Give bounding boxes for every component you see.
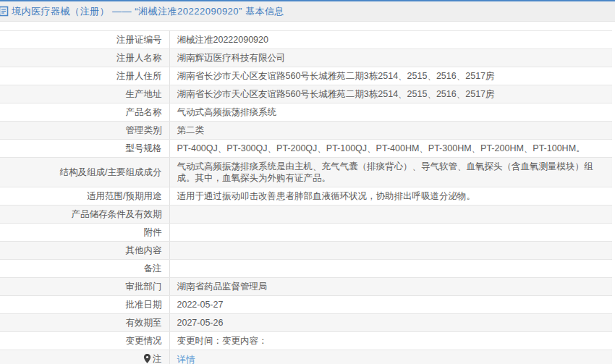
document-icon <box>0 6 9 17</box>
row-label-text: 有效期至 <box>126 318 162 328</box>
table-row: 产品储存条件及有效期 <box>0 206 612 224</box>
row-value-text: 气动式高频振荡排痰系统是由主机、充气气囊（排痰背心）、导气软管、血氧探头（含血氧… <box>177 161 593 183</box>
table-row: 变更情况变更时间：变更内容： <box>0 332 612 350</box>
row-label-text: 产品名称 <box>126 107 162 117</box>
row-value-text: 2027-05-26 <box>177 318 224 328</box>
table-row: 附件 <box>0 224 612 242</box>
row-label-text: 批准日期 <box>126 300 162 310</box>
table-row: 型号规格PT-400QJ、PT-300QJ、PT-200QJ、PT-100QJ、… <box>0 140 612 158</box>
row-label-text: 产品储存条件及有效期 <box>72 209 162 219</box>
row-label-text: 注 <box>153 354 162 364</box>
row-label: 产品储存条件及有效期 <box>0 206 169 224</box>
row-value: 湖南辉迈医疗科技有限公司 <box>169 49 612 67</box>
row-value: 气动式高频振荡排痰系统 <box>169 103 612 122</box>
row-label: 其他内容 <box>0 242 169 260</box>
table-row: 注册人住所湖南省长沙市天心区友谊路560号长城雅苑二期3栋2514、2515、2… <box>0 67 612 85</box>
row-label: 注册人住所 <box>0 67 169 85</box>
row-value-text: 湖南辉迈医疗科技有限公司 <box>177 53 286 63</box>
row-label: 注册人名称 <box>0 49 169 67</box>
registration-info-table: 注册证编号湘械注准20222090920注册人名称湖南辉迈医疗科技有限公司注册人… <box>0 30 612 364</box>
row-value: 气动式高频振荡排痰系统是由主机、充气气囊（排痰背心）、导气软管、血氧探头（含血氧… <box>169 158 612 187</box>
table-row: 审批部门湖南省药品监督管理局 <box>0 278 612 296</box>
row-label: 备注 <box>0 260 169 278</box>
row-value-text: 湖南省长沙市天心区友谊路560号长城雅苑二期3栋2514、2515、2516、2… <box>177 71 495 81</box>
row-value-text: PT-400QJ、PT-300QJ、PT-200QJ、PT-100QJ、PT-4… <box>177 143 585 153</box>
pin-icon <box>143 354 151 364</box>
row-label: 有效期至 <box>0 314 169 332</box>
row-label-text: 变更情况 <box>126 336 162 346</box>
row-label-text: 型号规格 <box>126 143 162 153</box>
row-value: 2022-05-27 <box>169 296 612 314</box>
row-value-text: 湘械注准20222090920 <box>177 35 268 45</box>
table-row: 批准日期2022-05-27 <box>0 296 612 314</box>
detail-link[interactable]: 详情 <box>177 355 195 364</box>
row-value: 湖南省药品监督管理局 <box>169 278 612 296</box>
row-value-text: 气动式高频振荡排痰系统 <box>177 107 277 117</box>
row-value: PT-400QJ、PT-300QJ、PT-200QJ、PT-100QJ、PT-4… <box>169 140 612 158</box>
row-label: 管理类别 <box>0 122 169 140</box>
row-label-text: 结构及组成/主要组成成分 <box>60 167 162 177</box>
row-label: 型号规格 <box>0 140 169 158</box>
registration-info-section: 注册证编号湘械注准20222090920注册人名称湖南辉迈医疗科技有限公司注册人… <box>0 30 615 364</box>
row-label-text: 生产地址 <box>126 89 162 99</box>
table-row: 管理类别第二类 <box>0 122 612 140</box>
row-value: 湖南省长沙市天心区友谊路560号长城雅苑二期3栋2514、2515、2516、2… <box>169 67 612 85</box>
row-value-text: 适用于通过振动叩击改善患者肺部血液循环状况，协助排出呼吸道分泌物。 <box>177 191 476 201</box>
row-value: 湘械注准20222090920 <box>169 31 612 49</box>
row-value <box>169 206 612 224</box>
table-row: 生产地址湖南省长沙市天心区友谊路560号长城雅苑二期3栋2514、2515、25… <box>0 85 612 103</box>
row-value <box>169 224 612 242</box>
table-row: 其他内容 <box>0 242 612 260</box>
row-label: 注册证编号 <box>0 31 169 49</box>
page-title: 境内医疗器械（注册） —— “湘械注准20222090920” 基本信息 <box>12 5 284 18</box>
table-row: 适用范围/预期用途适用于通过振动叩击改善患者肺部血液循环状况，协助排出呼吸道分泌… <box>0 187 612 206</box>
table-row: 注册人名称湖南辉迈医疗科技有限公司 <box>0 49 612 67</box>
row-value: 详情 <box>169 350 612 364</box>
row-label-text: 附件 <box>144 227 162 237</box>
row-label-text: 审批部门 <box>126 282 162 292</box>
table-row: 备注 <box>0 260 612 278</box>
row-value-text: 湖南省药品监督管理局 <box>177 282 268 292</box>
row-value: 变更时间：变更内容： <box>169 332 612 350</box>
row-label: 产品名称 <box>0 103 169 122</box>
page-header: 境内医疗器械（注册） —— “湘械注准20222090920” 基本信息 <box>0 0 615 22</box>
row-label: 注 <box>0 350 169 364</box>
row-value: 湖南省长沙市天心区友谊路560号长城雅苑二期3栋2514、2515、2516、2… <box>169 85 612 103</box>
row-label: 适用范围/预期用途 <box>0 187 169 206</box>
table-row: 产品名称气动式高频振荡排痰系统 <box>0 103 612 122</box>
row-label-text: 注册人住所 <box>116 71 162 81</box>
row-label-text: 注册证编号 <box>116 35 162 45</box>
row-label: 审批部门 <box>0 278 169 296</box>
row-label-text: 适用范围/预期用途 <box>87 191 161 201</box>
row-value-text: 变更时间：变更内容： <box>177 336 268 346</box>
row-value-text: 2022-05-27 <box>177 300 224 310</box>
row-value <box>169 242 612 260</box>
table-row: 注详情 <box>0 350 612 364</box>
row-value: 第二类 <box>169 122 612 140</box>
table-row: 结构及组成/主要组成成分气动式高频振荡排痰系统是由主机、充气气囊（排痰背心）、导… <box>0 158 612 187</box>
row-value <box>169 260 612 278</box>
row-label: 结构及组成/主要组成成分 <box>0 158 169 187</box>
row-label: 变更情况 <box>0 332 169 350</box>
row-label: 批准日期 <box>0 296 169 314</box>
row-label-text: 管理类别 <box>126 125 162 135</box>
row-label-text: 其他内容 <box>126 245 162 255</box>
row-value: 适用于通过振动叩击改善患者肺部血液循环状况，协助排出呼吸道分泌物。 <box>169 187 612 206</box>
row-label: 附件 <box>0 224 169 242</box>
row-label: 生产地址 <box>0 85 169 103</box>
row-value-text: 湖南省长沙市天心区友谊路560号长城雅苑二期3栋2514、2515、2516、2… <box>177 89 495 99</box>
table-row: 有效期至2027-05-26 <box>0 314 612 332</box>
row-value-text: 第二类 <box>177 125 205 135</box>
row-value: 2027-05-26 <box>169 314 612 332</box>
row-label-text: 备注 <box>144 263 162 274</box>
table-row: 注册证编号湘械注准20222090920 <box>0 31 612 49</box>
row-label-text: 注册人名称 <box>116 53 162 63</box>
